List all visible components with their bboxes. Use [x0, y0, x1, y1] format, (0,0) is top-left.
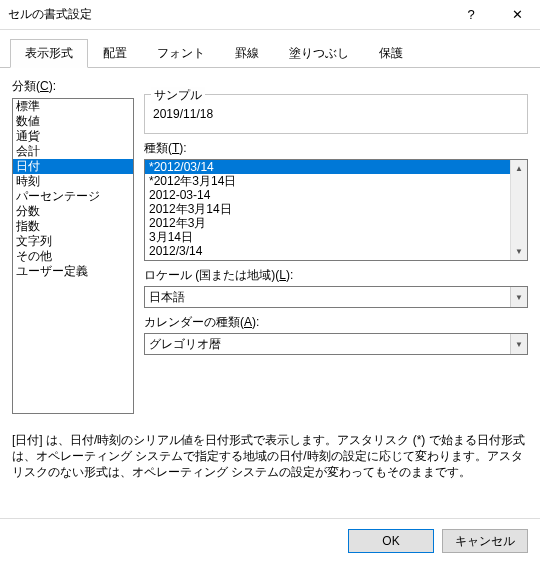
category-item[interactable]: 時刻: [13, 174, 133, 189]
locale-label: ロケール (国または地域)(L):: [144, 267, 528, 284]
close-button[interactable]: ✕: [494, 0, 540, 30]
tab-border[interactable]: 罫線: [220, 39, 274, 68]
tab-protection[interactable]: 保護: [364, 39, 418, 68]
category-item[interactable]: 標準: [13, 99, 133, 114]
type-item[interactable]: 2012-03-14: [145, 188, 510, 202]
ok-button[interactable]: OK: [348, 529, 434, 553]
type-item[interactable]: 2012年3月: [145, 216, 510, 230]
category-item[interactable]: 文字列: [13, 234, 133, 249]
dialog-footer: OK キャンセル: [0, 518, 540, 563]
type-item[interactable]: 2012年3月14日: [145, 202, 510, 216]
category-item[interactable]: 分数: [13, 204, 133, 219]
help-button[interactable]: ?: [448, 0, 494, 30]
category-item[interactable]: 通貨: [13, 129, 133, 144]
category-item[interactable]: 指数: [13, 219, 133, 234]
tab-font[interactable]: フォント: [142, 39, 220, 68]
type-item[interactable]: *2012年3月14日: [145, 174, 510, 188]
locale-value: 日本語: [145, 289, 510, 306]
category-item[interactable]: パーセンテージ: [13, 189, 133, 204]
format-description: [日付] は、日付/時刻のシリアル値を日付形式で表示します。アスタリスク (*)…: [12, 432, 528, 481]
close-icon: ✕: [512, 7, 523, 22]
tab-fill[interactable]: 塗りつぶし: [274, 39, 364, 68]
sample-label: サンプル: [151, 87, 205, 104]
sample-value: 2019/11/18: [153, 107, 519, 121]
type-item[interactable]: *2012/03/14: [145, 160, 510, 174]
titlebar: セルの書式設定 ? ✕: [0, 0, 540, 30]
tab-format[interactable]: 表示形式: [10, 39, 88, 68]
type-label: 種類(T):: [144, 140, 528, 157]
locale-combobox[interactable]: 日本語 ▼: [144, 286, 528, 308]
window-title: セルの書式設定: [8, 6, 448, 23]
type-scrollbar[interactable]: ▲ ▼: [510, 160, 527, 260]
chevron-down-icon[interactable]: ▼: [510, 287, 527, 307]
category-item[interactable]: 数値: [13, 114, 133, 129]
category-label: 分類(C):: [12, 78, 134, 95]
scroll-up-icon[interactable]: ▲: [511, 160, 527, 177]
category-item[interactable]: その他: [13, 249, 133, 264]
content-area: 分類(C): 標準数値通貨会計日付時刻パーセンテージ分数指数文字列その他ユーザー…: [0, 68, 540, 418]
sample-group: サンプル 2019/11/18: [144, 94, 528, 134]
category-item[interactable]: 日付: [13, 159, 133, 174]
calendar-combobox[interactable]: グレゴリオ暦 ▼: [144, 333, 528, 355]
category-item[interactable]: 会計: [13, 144, 133, 159]
tab-strip: 表示形式 配置 フォント 罫線 塗りつぶし 保護: [0, 30, 540, 68]
category-listbox[interactable]: 標準数値通貨会計日付時刻パーセンテージ分数指数文字列その他ユーザー定義: [12, 98, 134, 414]
chevron-down-icon[interactable]: ▼: [510, 334, 527, 354]
tab-alignment[interactable]: 配置: [88, 39, 142, 68]
scroll-down-icon[interactable]: ▼: [511, 243, 527, 260]
calendar-value: グレゴリオ暦: [145, 336, 510, 353]
type-listbox[interactable]: *2012/03/14*2012年3月14日2012-03-142012年3月1…: [144, 159, 528, 261]
type-item[interactable]: 2012/3/14: [145, 244, 510, 258]
category-item[interactable]: ユーザー定義: [13, 264, 133, 279]
cancel-button[interactable]: キャンセル: [442, 529, 528, 553]
calendar-label: カレンダーの種類(A):: [144, 314, 528, 331]
type-item[interactable]: 3月14日: [145, 230, 510, 244]
